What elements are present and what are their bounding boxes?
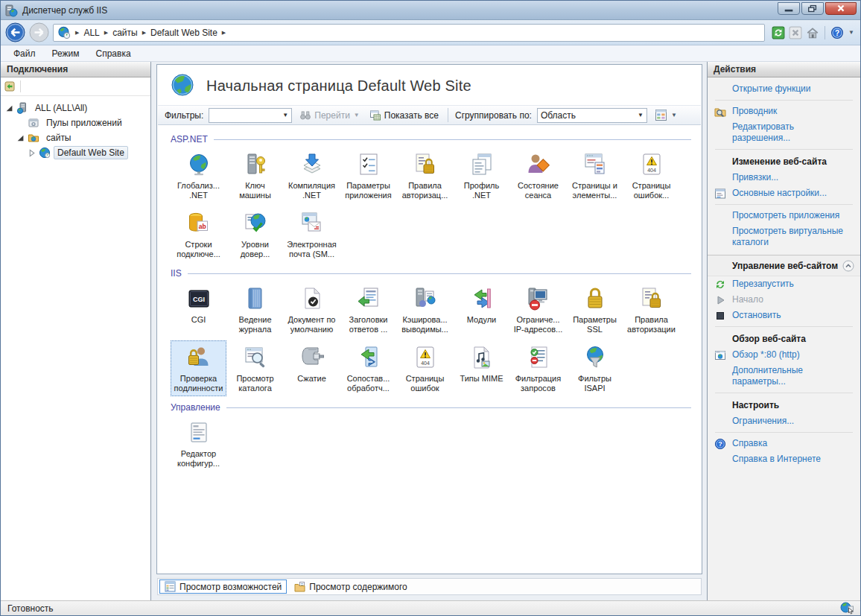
feature-tile[interactable]: Профиль .NET [454,147,509,203]
feature-tile[interactable]: Страницы и элементы... [567,147,623,203]
tree-expander-icon[interactable] [16,134,25,142]
feature-tile-label: Профиль .NET [455,181,508,200]
save-connection-icon[interactable] [4,80,16,92]
filter-combo[interactable]: ▼ [209,108,292,123]
section-rule [188,273,691,274]
feature-tile[interactable]: Редактор конфигур... [171,416,226,471]
action-link[interactable]: Обзор *:80 (http) [708,347,860,363]
section-header: Управление [171,402,691,413]
feature-tile-label: Глобализ... .NET [172,181,225,200]
feature-tile[interactable]: Просмотр каталога [227,340,283,396]
tile-grid: Глобализ... .NETКлюч машиныКомпиляция .N… [171,147,691,262]
back-button[interactable] [5,22,25,42]
actions-divider [715,100,853,101]
show-all-button[interactable]: Показать все [367,108,441,123]
feature-tile[interactable]: 404Страницы ошибок... [623,147,679,203]
breadcrumb-segment[interactable]: сайты [110,26,140,39]
action-link[interactable]: Просмотреть виртуальные каталоги [708,223,860,250]
stack-arrow-icon [299,152,325,177]
menu-help[interactable]: Справка [88,46,139,61]
action-link[interactable]: Справка в Интернете [708,451,860,467]
feature-tile[interactable]: Модули [454,282,509,337]
action-link[interactable]: Редактировать разрешения... [708,119,860,146]
svg-text:404: 404 [421,361,430,366]
tab-content-view[interactable]: Просмотр содержимого [289,580,412,594]
group-by-combo[interactable]: Область▼ [537,108,647,123]
feature-tile[interactable]: Электронная почта (SM... [284,206,340,262]
home-button[interactable] [806,26,819,39]
clamp-icon [299,345,325,370]
tree-item[interactable]: Default Web Site [2,145,149,160]
feature-tile[interactable]: Фильтрация запросов [510,340,566,396]
action-link[interactable]: ?Справка [708,436,860,451]
refresh-button[interactable] [772,26,785,39]
menu-view[interactable]: Режим [44,46,88,61]
feature-tile[interactable]: 404Страницы ошибок [397,340,453,396]
help-dropdown-arrow[interactable]: ▼ [848,29,854,36]
action-link[interactable]: Дополнительные параметры... [708,363,860,390]
minimize-button[interactable] [778,2,800,15]
tree-item[interactable]: сайты [2,130,149,145]
feature-tile[interactable]: Параметры приложения [340,147,396,203]
action-link[interactable]: Открытие функции [708,81,860,97]
forward-button[interactable] [29,22,49,42]
feature-tile[interactable]: Проверка подлинности [171,340,226,396]
actions-divider [715,326,853,327]
help-button[interactable]: ? [830,26,844,39]
tile-grid: Редактор конфигур... [171,416,691,471]
breadcrumb[interactable]: ▶ALL▶сайты▶Default Web Site▶ [53,24,765,42]
go-button[interactable]: Перейти ▼ [297,108,361,123]
breadcrumb-segment[interactable]: Default Web Site [148,26,220,39]
feature-tile[interactable]: Компиляция .NET [284,147,340,203]
restore-button[interactable] [801,2,824,15]
tree-expander-icon[interactable] [16,119,25,127]
feature-tile[interactable]: Ключ машины [227,147,283,203]
actions-group-label: Управление веб-сайтом [732,261,838,272]
action-link-label: Обзор *:80 (http) [732,349,800,360]
feature-tile[interactable]: Сжатие [284,340,340,396]
globe-icon [186,152,212,177]
tree-expander-icon[interactable] [28,149,36,157]
feature-tile[interactable]: Типы MIME [454,340,509,396]
feature-tile[interactable]: Сопостав... обработч... [340,340,396,396]
action-link[interactable]: Привязки... [708,170,860,185]
action-link[interactable]: Ограничения... [708,413,860,429]
section-title: Управление [171,402,220,413]
tree-item[interactable]: Пулы приложений [2,115,149,130]
feature-tile[interactable]: Глобализ... .NET [171,147,226,203]
action-link-label: Проводник [732,106,777,116]
feature-tile[interactable]: Кэширова... выводимы... [397,282,453,337]
feature-tile[interactable]: CGICGI [171,282,226,337]
feature-tile[interactable]: Состояние сеанса [510,147,566,203]
menu-file[interactable]: Файл [5,46,44,61]
feature-tile[interactable]: Ограниче... IP-адресов... [510,282,566,337]
view-selector-button[interactable]: ▼ [652,107,679,123]
feature-tile[interactable]: Уровни довер... [227,206,283,262]
action-link[interactable]: Начало [708,292,860,308]
feature-tile[interactable]: Правила авторизации [623,282,679,337]
feature-tile[interactable]: Фильтры ISAPI [567,340,623,396]
tree-item[interactable]: ALL (ALL\All) [2,101,149,115]
action-link[interactable]: Перезапустить [708,276,860,292]
action-link-label: Перезапустить [732,279,794,289]
feature-tile[interactable]: Параметры SSL [567,282,623,337]
feature-tile[interactable]: Заголовки ответов ... [340,282,396,337]
tree-item-label: ALL (ALL\All) [31,101,91,115]
action-link[interactable]: Основные настройки... [708,185,860,201]
feature-tile[interactable]: Правила авторизац... [397,147,453,203]
close-button[interactable] [825,2,857,15]
feature-tile[interactable]: Документ по умолчанию [284,282,340,337]
action-link[interactable]: Остановить [708,308,860,323]
stop-button[interactable] [789,26,802,39]
action-link[interactable]: Просмотреть приложения [708,208,860,223]
breadcrumb-segment[interactable]: ALL [81,26,101,39]
chevron-up-icon[interactable] [842,260,854,272]
svg-text:ab: ab [198,223,206,230]
tree-item-label: Пулы приложений [42,116,126,130]
action-link[interactable]: Проводник [708,104,860,119]
feature-tile[interactable]: abСтроки подключе... [171,206,226,262]
tab-features-view[interactable]: Просмотр возможностей [159,580,287,594]
feature-tile[interactable]: Ведение журнала [227,282,283,337]
feature-view: ASP.NETГлобализ... .NETКлюч машиныКомпил… [157,125,702,574]
tree-expander-icon[interactable] [5,104,13,112]
